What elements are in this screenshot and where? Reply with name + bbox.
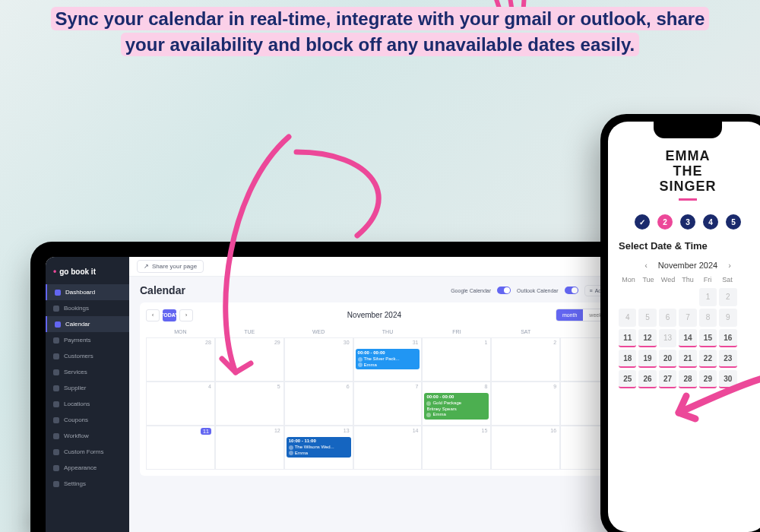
share-icon: ↗	[144, 263, 149, 270]
mini-date-cell[interactable]: 13	[659, 329, 676, 347]
page-title: Calendar	[140, 284, 185, 296]
mini-date-cell[interactable]: 1	[699, 288, 717, 306]
calendar-cell[interactable]: 3100:00 - 00:00The Silver Pack...Emma	[353, 337, 423, 382]
person-icon	[358, 363, 363, 367]
mini-date-cell[interactable]: 30	[719, 370, 736, 388]
calendar-cell[interactable]: 9	[491, 382, 560, 426]
calendar-cell[interactable]: 15	[422, 426, 491, 470]
calendar-cell[interactable]: 5	[215, 382, 284, 426]
mini-date-cell[interactable]: 14	[679, 329, 696, 347]
mini-date-cell[interactable]: 12	[638, 329, 656, 347]
event-icon	[426, 401, 431, 406]
outlook-calendar-label: Outlook Calendar	[517, 288, 558, 293]
prev-month-button[interactable]: ‹	[146, 309, 160, 321]
app-logo: • go book it	[46, 263, 129, 284]
mini-date-cell[interactable]: 11	[619, 329, 636, 347]
calendar-cell[interactable]: 2	[491, 337, 560, 382]
mini-date-cell[interactable]: 4	[619, 309, 636, 327]
booking-steps: ✓2345	[619, 214, 757, 230]
view-tab-month[interactable]: month	[556, 309, 583, 321]
calendar-cell[interactable]: 800:00 - 00:00Gold PackageBritney Spears…	[422, 382, 491, 426]
next-month-button[interactable]: ›	[179, 309, 193, 321]
sidebar: • go book it DashboardBookingsCalendarPa…	[46, 257, 129, 532]
sidebar-item-custom-forms[interactable]: Custom Forms	[46, 444, 129, 460]
calendar-cell[interactable]: 4	[146, 382, 215, 426]
calendar-cell[interactable]: 1	[422, 337, 491, 382]
mini-day-header: Fri	[698, 276, 717, 283]
mini-date-cell[interactable]: 9	[719, 309, 736, 327]
calendar-cell[interactable]: 29	[215, 337, 284, 382]
calendar-cell[interactable]: 12	[215, 426, 284, 470]
calendar-event[interactable]: 00:00 - 00:00Gold PackageBritney SpearsE…	[424, 393, 489, 420]
mini-date-cell[interactable]: 6	[659, 309, 676, 327]
calendar-panel: ‹ TODAY › November 2024 month week day M…	[140, 302, 635, 476]
sidebar-item-payments[interactable]: Payments	[46, 332, 129, 348]
mini-day-header: Sat	[717, 276, 737, 283]
mini-date-cell[interactable]: 18	[619, 350, 636, 368]
main-area: ↗ Share your page Calendar Google Calend…	[129, 257, 646, 532]
calendar-cell[interactable]: 1310:00 - 11:00The Wilsons Wed...Emma	[284, 426, 353, 470]
mini-date-cell[interactable]: 29	[699, 370, 717, 388]
mini-date-cell[interactable]: 7	[679, 309, 696, 327]
mini-calendar-nav: ‹ November 2024 ›	[619, 261, 757, 270]
mini-date-cell[interactable]: 16	[719, 329, 736, 347]
mini-date-cell[interactable]: 15	[699, 329, 717, 347]
mini-month-label: November 2024	[658, 261, 717, 270]
mini-date-cell[interactable]: 23	[719, 350, 736, 368]
sidebar-item-appearance[interactable]: Appearance	[46, 460, 129, 476]
mini-date-cell[interactable]: 27	[659, 370, 676, 388]
mini-date-cell[interactable]: 21	[679, 350, 696, 368]
calendar-cell[interactable]: 14	[353, 426, 423, 470]
mini-date-cell[interactable]: 2	[719, 288, 736, 306]
mini-date-cell[interactable]: 25	[619, 370, 636, 388]
nav-icon	[53, 433, 59, 439]
step-3[interactable]: 3	[680, 214, 695, 230]
calendar-cell[interactable]: 6	[284, 382, 353, 426]
nav-icon	[53, 306, 59, 312]
calendar-cell[interactable]: 30	[284, 337, 353, 382]
calendar-cell[interactable]: 16	[491, 426, 560, 470]
nav-icon	[53, 337, 59, 344]
nav-icon	[53, 353, 59, 359]
calendar-event[interactable]: 00:00 - 00:00The Silver Pack...Emma	[356, 349, 420, 369]
calendar-event[interactable]: 10:00 - 11:00The Wilsons Wed...Emma	[287, 437, 351, 458]
sidebar-item-calendar[interactable]: Calendar	[46, 316, 129, 332]
nav-icon	[53, 369, 59, 375]
outlook-calendar-toggle[interactable]	[565, 287, 578, 294]
person-icon	[426, 413, 431, 417]
mini-date-cell[interactable]: 8	[699, 309, 717, 327]
sidebar-item-bookings[interactable]: Bookings	[46, 300, 129, 316]
phone-notch	[654, 122, 722, 138]
mini-date-cell[interactable]: 20	[659, 350, 676, 368]
brand-underline	[679, 198, 697, 201]
sidebar-item-supplier[interactable]: Supplier	[46, 380, 129, 396]
mini-date-cell[interactable]: 19	[638, 350, 656, 368]
logo-icon: •	[53, 266, 56, 277]
sidebar-item-customers[interactable]: Customers	[46, 348, 129, 364]
sidebar-item-dashboard[interactable]: Dashboard	[46, 284, 129, 300]
select-date-title: Select Date & Time	[619, 240, 757, 252]
calendar-cell[interactable]: 7	[353, 382, 423, 426]
mini-next-button[interactable]: ›	[728, 261, 731, 270]
mini-date-cell[interactable]: 5	[638, 309, 656, 327]
google-calendar-toggle[interactable]	[497, 287, 511, 294]
today-button[interactable]: TODAY	[163, 309, 176, 321]
sidebar-item-locations[interactable]: Locations	[46, 396, 129, 412]
sidebar-item-services[interactable]: Services	[46, 364, 129, 380]
step-5[interactable]: 5	[726, 214, 741, 230]
mini-day-header: Tue	[638, 276, 658, 283]
sidebar-item-coupons[interactable]: Coupons	[46, 412, 129, 428]
sidebar-item-settings[interactable]: Settings	[46, 476, 129, 492]
mini-prev-button[interactable]: ‹	[644, 261, 648, 270]
calendar-cell[interactable]: 11	[146, 426, 215, 470]
step-4[interactable]: 4	[703, 214, 718, 230]
calendar-cell[interactable]: 28	[146, 337, 215, 382]
step-✓[interactable]: ✓	[635, 214, 650, 230]
sidebar-item-workflow[interactable]: Workflow	[46, 428, 129, 444]
filter-icon: ≡	[590, 288, 593, 293]
share-page-button[interactable]: ↗ Share your page	[137, 260, 204, 273]
mini-date-cell[interactable]: 28	[679, 370, 696, 388]
mini-date-cell[interactable]: 26	[638, 370, 656, 388]
step-2[interactable]: 2	[657, 214, 673, 230]
mini-date-cell[interactable]: 22	[699, 350, 717, 368]
